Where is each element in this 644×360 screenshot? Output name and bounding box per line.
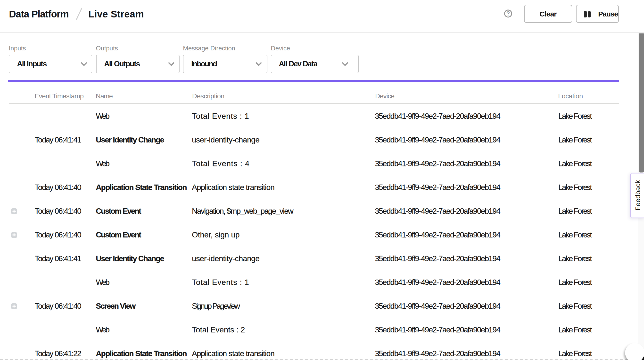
svg-text:?: ? — [506, 10, 510, 17]
